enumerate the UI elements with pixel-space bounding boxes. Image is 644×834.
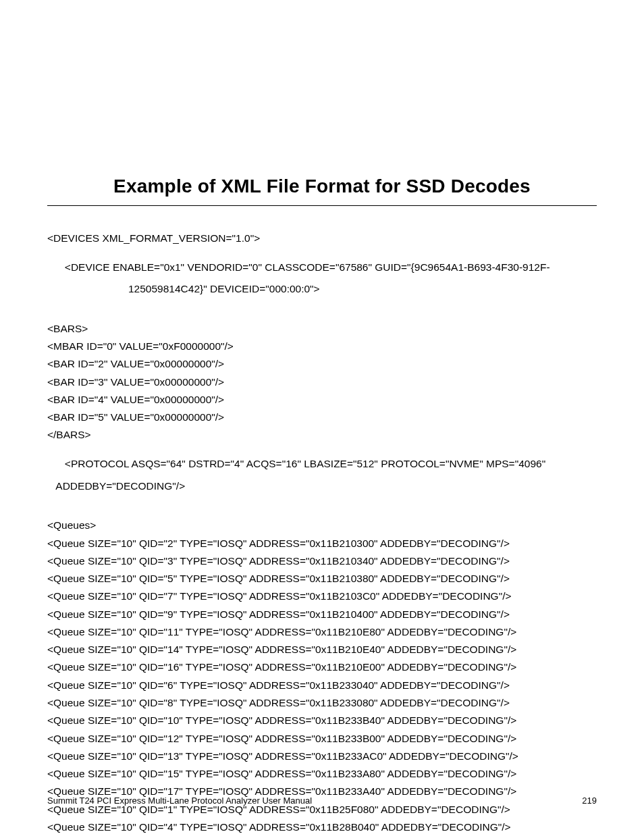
footer-page-number: 219 (582, 796, 597, 806)
queues-list: <Queue SIZE="10" QID="2" TYPE="IOSQ" ADD… (47, 538, 597, 833)
xml-line: <Queue SIZE="10" QID="14" TYPE="IOSQ" AD… (47, 644, 597, 655)
xml-line: <Queue SIZE="10" QID="2" TYPE="IOSQ" ADD… (47, 538, 597, 549)
xml-line: <Queue SIZE="10" QID="5" TYPE="IOSQ" ADD… (47, 573, 597, 584)
xml-text: <PROTOCOL ASQS="64" DSTRD="4" ACQS="16" … (65, 458, 545, 469)
xml-line: <DEVICES XML_FORMAT_VERSION="1.0"> (47, 233, 597, 244)
xml-line: <Queue SIZE="10" QID="1" TYPE="IOSQ" ADD… (47, 804, 597, 815)
xml-line: <BAR ID="3" VALUE="0x00000000"/> (47, 377, 597, 388)
footer-left: Summit T24 PCI Express Multi-Lane Protoc… (47, 796, 312, 806)
xml-line: <Queue SIZE="10" QID="15" TYPE="IOSQ" AD… (47, 768, 597, 779)
xml-line: <Queue SIZE="10" QID="13" TYPE="IOSQ" AD… (47, 751, 597, 762)
xml-text-wrap: ADDEDBY="DECODING"/> (47, 481, 597, 492)
page-footer: Summit T24 PCI Express Multi-Lane Protoc… (47, 796, 597, 806)
xml-line: <Queue SIZE="10" QID="11" TYPE="IOSQ" AD… (47, 627, 597, 637)
xml-line: <BAR ID="2" VALUE="0x00000000"/> (47, 359, 597, 369)
xml-line: <Queues> (47, 520, 597, 531)
xml-text-wrap: 125059814C42}" DEVICEID="000:00:0"> (47, 284, 597, 294)
xml-line: <BAR ID="4" VALUE="0x00000000"/> (47, 394, 597, 405)
xml-line: <Queue SIZE="10" QID="9" TYPE="IOSQ" ADD… (47, 609, 597, 620)
xml-line: <Queue SIZE="10" QID="16" TYPE="IOSQ" AD… (47, 662, 597, 673)
xml-line: <PROTOCOL ASQS="64" DSTRD="4" ACQS="16" … (47, 448, 597, 514)
xml-code-block: <DEVICES XML_FORMAT_VERSION="1.0"> <DEVI… (47, 233, 597, 833)
xml-line: <DEVICE ENABLE="0x1" VENDORID="0" CLASSC… (47, 251, 597, 317)
xml-text: <DEVICE ENABLE="0x1" VENDORID="0" CLASSC… (65, 261, 550, 273)
xml-line: <Queue SIZE="10" QID="8" TYPE="IOSQ" ADD… (47, 698, 597, 708)
xml-line: <Queue SIZE="10" QID="4" TYPE="IOSQ" ADD… (47, 822, 597, 833)
xml-line: <MBAR ID="0" VALUE="0xF0000000"/> (47, 341, 597, 352)
xml-line: <Queue SIZE="10" QID="6" TYPE="IOSQ" ADD… (47, 680, 597, 691)
xml-line: </BARS> (47, 429, 597, 440)
page-title: Example of XML File Format for SSD Decod… (47, 176, 597, 206)
xml-line: <Queue SIZE="10" QID="10" TYPE="IOSQ" AD… (47, 715, 597, 726)
xml-line: <Queue SIZE="10" QID="7" TYPE="IOSQ" ADD… (47, 591, 597, 602)
xml-line: <BAR ID="5" VALUE="0x00000000"/> (47, 412, 597, 423)
xml-line: <Queue SIZE="10" QID="3" TYPE="IOSQ" ADD… (47, 556, 597, 567)
xml-line: <Queue SIZE="10" QID="12" TYPE="IOSQ" AD… (47, 733, 597, 744)
document-page: Example of XML File Format for SSD Decod… (0, 0, 644, 833)
xml-line: <BARS> (47, 323, 597, 334)
